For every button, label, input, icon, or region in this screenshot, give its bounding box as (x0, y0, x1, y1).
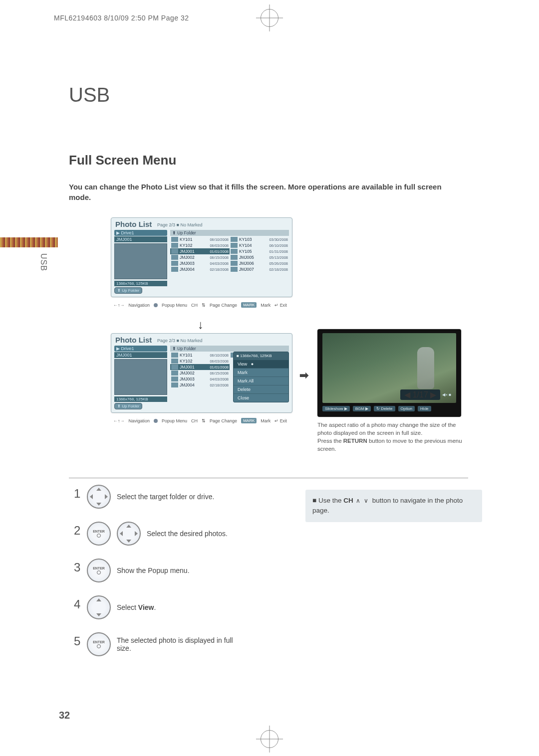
player-hide-button[interactable]: Hide (418, 406, 431, 411)
popup-item-close[interactable]: Close (234, 393, 288, 402)
file-item[interactable]: JMJ00304/03/2008 (170, 260, 230, 266)
photo-list-panel-popup: Photo List Page 2/3 ■ No Marked ▶ Drive1… (111, 333, 292, 413)
popup-item-delete[interactable]: Delete (234, 385, 288, 393)
file-item[interactable]: KY10303/30/2008 (230, 236, 289, 242)
photo-list-panel-grid: Photo List Page 2/3 ■ No Marked ▶ Drive1… (111, 217, 292, 297)
file-column-b: KY10303/30/2008 KY10406/10/2008 KY10501/… (230, 236, 289, 272)
mark-label: Mark (261, 303, 270, 308)
file-item[interactable]: JMJ00605/26/2008 (230, 260, 289, 266)
popup-item-view[interactable]: View ● (234, 360, 288, 368)
ch-label: CH (191, 418, 198, 423)
registration-mark-bottom (261, 730, 278, 748)
thumb-icon (171, 267, 178, 272)
file-date: 02/18/2008 (210, 383, 229, 387)
up-folder-button[interactable]: ⬆ Up Folder (114, 287, 142, 294)
file-item[interactable]: KY10501/31/2008 (230, 248, 289, 254)
file-item[interactable]: KY10106/10/2008 (170, 236, 230, 242)
panel-left-sidebar: ▶ Drive1 JMJ001 1366x768, 125KB ⬆ Up Fol… (114, 230, 167, 294)
step-number: 2 (74, 524, 81, 538)
exit-label: ↵ Exit (274, 418, 287, 423)
flow-arrow-right-icon: ➡ (299, 369, 308, 382)
page-number: 32 (59, 710, 70, 721)
thumb-icon (171, 382, 178, 387)
page-change-label: Page Change (210, 418, 237, 423)
side-color-strip (0, 237, 58, 247)
step-1: 1 Select the target folder or drive. (74, 485, 283, 509)
file-item[interactable]: JMJ00402/18/2008 (170, 382, 230, 388)
file-date: 05/13/2008 (269, 255, 288, 260)
side-tab-label: USB (39, 253, 48, 271)
file-grid: ⬆ Up Folder KY10106/10/2008 KY10206/03/2… (170, 230, 289, 272)
file-item[interactable]: KY10406/10/2008 (230, 242, 289, 248)
fullscreen-photo-player: ◀ 1/17 ▶ ◀× ■ Slideshow ▶ BGM ▶ ↻ Delete… (317, 329, 461, 417)
tip-callout: ■ Use the CH ∧ ∨ button to navigate in t… (305, 490, 482, 522)
file-item[interactable]: JMJ00206/15/2008 (170, 370, 230, 376)
player-control-bar: Slideshow ▶ BGM ▶ ↻ Delete Option Hide (322, 404, 456, 413)
print-header-note: MFL62194603 8/10/09 2:50 PM Page 32 (54, 14, 189, 22)
up-folder-row[interactable]: ⬆ Up Folder (170, 230, 289, 236)
up-folder-button[interactable]: ⬆ Up Folder (114, 403, 142, 409)
file-item[interactable]: KY10206/03/2008 (170, 358, 230, 364)
file-date: 06/10/2008 (210, 237, 229, 242)
caption-line-2a: Press the (317, 438, 343, 444)
player-delete-button[interactable]: ↻ Delete (374, 406, 395, 411)
enter-button-icon: ENTER (87, 559, 111, 582)
file-item[interactable]: KY10106/10/2008 (170, 352, 230, 358)
popup-item-mark-all[interactable]: Mark All (234, 377, 288, 385)
section-divider (69, 478, 468, 478)
file-item[interactable]: JMJ00505/13/2008 (230, 254, 289, 260)
thumb-icon (171, 249, 178, 254)
file-item-selected[interactable]: JMJ00101/01/2008 (170, 364, 230, 370)
file-date: 06/15/2008 (210, 371, 229, 376)
file-item[interactable]: JMJ00402/18/2008 (170, 266, 230, 272)
mark-badge: MARK (241, 418, 257, 423)
enter-label: ENTER (93, 640, 105, 644)
caption-return-keyword: RETURN (343, 438, 367, 444)
step-view-keyword: View (138, 603, 154, 611)
file-name: KY101 (180, 353, 208, 358)
file-name: JMJ003 (180, 261, 208, 266)
nav-label: Navigation (129, 303, 150, 308)
file-date: 01/01/2008 (210, 365, 229, 370)
file-name: JMJ002 (180, 255, 208, 260)
page-title: USB (69, 84, 110, 106)
file-date: 06/10/2008 (210, 353, 229, 358)
enter-button-icon: ENTER (87, 632, 111, 656)
player-bgm-button[interactable]: BGM ▶ (353, 406, 371, 411)
file-item[interactable]: JMJ00304/03/2008 (170, 376, 230, 382)
up-folder-row[interactable]: ⬆ Up Folder (170, 346, 289, 352)
chevron-updown-icon: ∧ ∨ (353, 497, 372, 504)
enter-dot-icon (97, 644, 101, 648)
file-name: JMJ005 (239, 255, 268, 260)
file-item[interactable]: KY10206/03/2008 (170, 242, 230, 248)
player-caption: The aspect ratio of a photo may change t… (317, 421, 470, 453)
file-date: 04/03/2008 (210, 377, 229, 381)
file-column-a: KY10106/10/2008 KY10206/03/2008 JMJ00101… (170, 236, 230, 272)
enter-dot-icon (97, 534, 101, 538)
file-date: 06/15/2008 (210, 255, 229, 260)
player-option-button[interactable]: Option (398, 406, 415, 411)
popup-label: Popup Menu (162, 303, 187, 308)
player-slideshow-button[interactable]: Slideshow ▶ (322, 406, 350, 411)
nav-icon: ←↑→ (113, 418, 125, 423)
enter-label: ENTER (93, 530, 105, 533)
flow-arrow-down-icon: ↓ (198, 318, 204, 332)
file-date: 03/30/2008 (269, 237, 288, 242)
popup-item-mark[interactable]: Mark (234, 368, 288, 377)
thumb-icon (231, 261, 238, 266)
thumb-icon (231, 243, 238, 248)
file-item[interactable]: JMJ00206/15/2008 (170, 254, 230, 260)
enter-label: ENTER (93, 567, 105, 570)
file-item-selected[interactable]: JMJ00101/01/2008 (170, 248, 230, 254)
file-size-label: 1366x768, 125KB (114, 281, 167, 286)
file-name: JMJ004 (180, 382, 208, 387)
file-item[interactable]: JMJ00702/18/2008 (230, 266, 289, 272)
thumb-icon (231, 237, 238, 242)
file-date: 06/03/2008 (210, 243, 229, 248)
file-name: JMJ003 (180, 377, 208, 381)
dpad-icon (117, 522, 141, 546)
exit-label: ↵ Exit (274, 303, 287, 308)
thumb-icon (171, 261, 178, 266)
drive-label: ▶ Drive1 (114, 346, 167, 352)
file-name: JMJ002 (180, 371, 208, 376)
